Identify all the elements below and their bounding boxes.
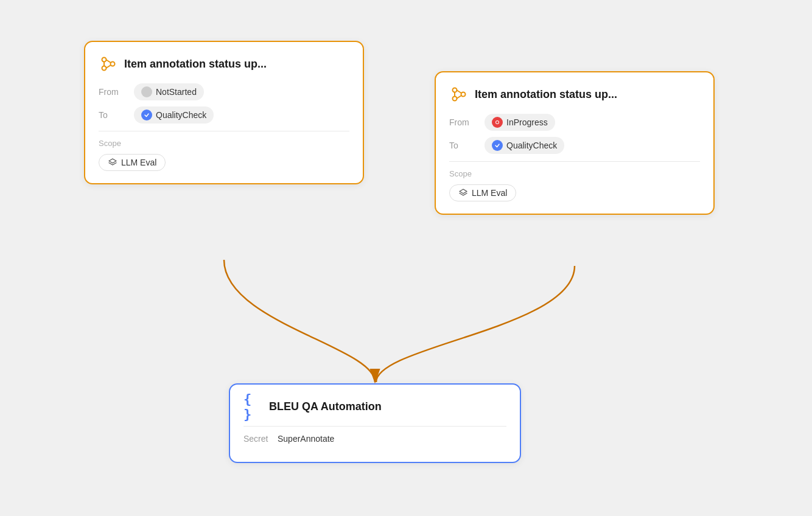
card-2-to-badge: QualityCheck bbox=[485, 137, 564, 154]
card-3-secret-label: Secret bbox=[243, 434, 273, 444]
card-3-header: { } BLEU QA Automation bbox=[243, 397, 506, 416]
svg-point-3 bbox=[111, 62, 115, 66]
card-2-to-status: QualityCheck bbox=[506, 141, 557, 150]
svg-point-1 bbox=[102, 58, 107, 62]
card-3-divider bbox=[243, 426, 506, 427]
flow-icon-2 bbox=[449, 85, 469, 104]
card-1-scope-label: Scope bbox=[99, 139, 349, 148]
card-2-scope-badge: LLM Eval bbox=[449, 184, 516, 201]
card-2[interactable]: Item annotation status up... From InProg… bbox=[435, 71, 715, 215]
card-1-scope-badge: LLM Eval bbox=[99, 154, 166, 171]
svg-point-8 bbox=[453, 97, 457, 101]
card-3-secret-value: SuperAnnotate bbox=[278, 434, 334, 444]
card-2-from-badge: InProgress bbox=[485, 114, 555, 131]
card-2-title: Item annotation status up... bbox=[475, 88, 617, 101]
card-2-header: Item annotation status up... bbox=[449, 85, 700, 104]
card-2-from-status: InProgress bbox=[506, 117, 548, 127]
card-1-from-status: NotStarted bbox=[156, 87, 197, 97]
in-progress-dot bbox=[492, 117, 503, 128]
card-1-scope-value: LLM Eval bbox=[121, 158, 156, 167]
flow-icon-1 bbox=[99, 54, 118, 74]
not-started-dot bbox=[141, 86, 152, 97]
card-3-title: BLEU QA Automation bbox=[269, 400, 382, 413]
layers-icon-2 bbox=[458, 188, 468, 198]
layers-icon-1 bbox=[108, 158, 117, 167]
card-2-scope-value: LLM Eval bbox=[472, 188, 507, 198]
quality-check-dot-1 bbox=[141, 110, 152, 120]
card-1-to-badge: QualityCheck bbox=[134, 106, 214, 124]
card-1[interactable]: Item annotation status up... From NotSta… bbox=[84, 41, 364, 184]
card-1-to-row: To QualityCheck bbox=[99, 106, 349, 124]
card-2-divider bbox=[449, 161, 700, 162]
braces-icon: { } bbox=[243, 397, 263, 416]
svg-point-7 bbox=[453, 88, 457, 92]
svg-line-6 bbox=[106, 65, 111, 68]
card-1-title: Item annotation status up... bbox=[124, 58, 267, 71]
svg-line-5 bbox=[106, 60, 111, 63]
svg-line-11 bbox=[457, 90, 461, 93]
card-1-to-label: To bbox=[99, 110, 128, 120]
canvas: Item annotation status up... From NotSta… bbox=[0, 0, 812, 516]
card-2-to-label: To bbox=[449, 141, 478, 150]
card-2-from-label: From bbox=[449, 117, 478, 127]
card-2-to-row: To QualityCheck bbox=[449, 137, 700, 154]
card-2-scope-label: Scope bbox=[449, 169, 700, 178]
card-1-to-status: QualityCheck bbox=[156, 110, 206, 120]
card-1-from-label: From bbox=[99, 87, 128, 97]
card-3[interactable]: { } BLEU QA Automation Secret SuperAnnot… bbox=[229, 383, 521, 463]
card-2-from-row: From InProgress bbox=[449, 114, 700, 131]
card-1-from-badge: NotStarted bbox=[134, 83, 204, 100]
card-1-divider bbox=[99, 131, 349, 131]
svg-point-14 bbox=[496, 121, 499, 124]
card-1-header: Item annotation status up... bbox=[99, 54, 349, 74]
svg-line-12 bbox=[457, 96, 461, 99]
svg-point-2 bbox=[102, 66, 107, 71]
quality-check-dot-2 bbox=[492, 140, 503, 151]
card-1-from-row: From NotStarted bbox=[99, 83, 349, 100]
card-3-secret-row: Secret SuperAnnotate bbox=[243, 434, 506, 444]
svg-point-9 bbox=[461, 92, 466, 97]
